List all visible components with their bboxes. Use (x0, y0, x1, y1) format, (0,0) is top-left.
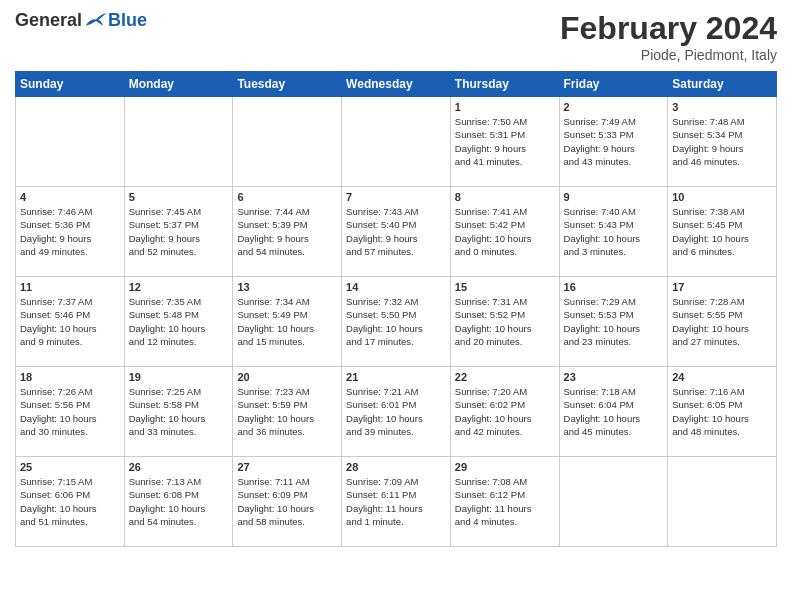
calendar-cell: 21Sunrise: 7:21 AM Sunset: 6:01 PM Dayli… (342, 367, 451, 457)
calendar-cell: 2Sunrise: 7:49 AM Sunset: 5:33 PM Daylig… (559, 97, 668, 187)
calendar-cell: 8Sunrise: 7:41 AM Sunset: 5:42 PM Daylig… (450, 187, 559, 277)
day-info: Sunrise: 7:25 AM Sunset: 5:58 PM Dayligh… (129, 385, 229, 438)
day-number: 17 (672, 281, 772, 293)
day-info: Sunrise: 7:09 AM Sunset: 6:11 PM Dayligh… (346, 475, 446, 528)
calendar-cell: 23Sunrise: 7:18 AM Sunset: 6:04 PM Dayli… (559, 367, 668, 457)
calendar-cell: 16Sunrise: 7:29 AM Sunset: 5:53 PM Dayli… (559, 277, 668, 367)
day-info: Sunrise: 7:28 AM Sunset: 5:55 PM Dayligh… (672, 295, 772, 348)
day-info: Sunrise: 7:48 AM Sunset: 5:34 PM Dayligh… (672, 115, 772, 168)
day-info: Sunrise: 7:38 AM Sunset: 5:45 PM Dayligh… (672, 205, 772, 258)
logo: General Blue (15, 10, 147, 31)
day-info: Sunrise: 7:40 AM Sunset: 5:43 PM Dayligh… (564, 205, 664, 258)
calendar-cell: 11Sunrise: 7:37 AM Sunset: 5:46 PM Dayli… (16, 277, 125, 367)
day-number: 4 (20, 191, 120, 203)
calendar-cell: 10Sunrise: 7:38 AM Sunset: 5:45 PM Dayli… (668, 187, 777, 277)
calendar-cell: 27Sunrise: 7:11 AM Sunset: 6:09 PM Dayli… (233, 457, 342, 547)
calendar-week-row: 25Sunrise: 7:15 AM Sunset: 6:06 PM Dayli… (16, 457, 777, 547)
day-info: Sunrise: 7:08 AM Sunset: 6:12 PM Dayligh… (455, 475, 555, 528)
calendar-cell: 4Sunrise: 7:46 AM Sunset: 5:36 PM Daylig… (16, 187, 125, 277)
calendar-cell: 3Sunrise: 7:48 AM Sunset: 5:34 PM Daylig… (668, 97, 777, 187)
day-info: Sunrise: 7:49 AM Sunset: 5:33 PM Dayligh… (564, 115, 664, 168)
day-info: Sunrise: 7:18 AM Sunset: 6:04 PM Dayligh… (564, 385, 664, 438)
calendar-cell: 19Sunrise: 7:25 AM Sunset: 5:58 PM Dayli… (124, 367, 233, 457)
day-number: 15 (455, 281, 555, 293)
day-info: Sunrise: 7:23 AM Sunset: 5:59 PM Dayligh… (237, 385, 337, 438)
day-number: 10 (672, 191, 772, 203)
day-number: 26 (129, 461, 229, 473)
day-info: Sunrise: 7:50 AM Sunset: 5:31 PM Dayligh… (455, 115, 555, 168)
calendar-cell: 18Sunrise: 7:26 AM Sunset: 5:56 PM Dayli… (16, 367, 125, 457)
day-number: 22 (455, 371, 555, 383)
calendar-cell: 12Sunrise: 7:35 AM Sunset: 5:48 PM Dayli… (124, 277, 233, 367)
calendar-header-row: SundayMondayTuesdayWednesdayThursdayFrid… (16, 72, 777, 97)
calendar-cell: 29Sunrise: 7:08 AM Sunset: 6:12 PM Dayli… (450, 457, 559, 547)
day-number: 29 (455, 461, 555, 473)
day-number: 12 (129, 281, 229, 293)
day-number: 23 (564, 371, 664, 383)
day-number: 8 (455, 191, 555, 203)
calendar-cell: 14Sunrise: 7:32 AM Sunset: 5:50 PM Dayli… (342, 277, 451, 367)
column-header-thursday: Thursday (450, 72, 559, 97)
logo-blue: Blue (108, 10, 147, 31)
calendar-week-row: 18Sunrise: 7:26 AM Sunset: 5:56 PM Dayli… (16, 367, 777, 457)
month-title: February 2024 (560, 10, 777, 47)
day-number: 20 (237, 371, 337, 383)
calendar-cell: 26Sunrise: 7:13 AM Sunset: 6:08 PM Dayli… (124, 457, 233, 547)
day-info: Sunrise: 7:46 AM Sunset: 5:36 PM Dayligh… (20, 205, 120, 258)
calendar-week-row: 11Sunrise: 7:37 AM Sunset: 5:46 PM Dayli… (16, 277, 777, 367)
day-info: Sunrise: 7:45 AM Sunset: 5:37 PM Dayligh… (129, 205, 229, 258)
column-header-wednesday: Wednesday (342, 72, 451, 97)
location-subtitle: Piode, Piedmont, Italy (560, 47, 777, 63)
calendar-cell: 20Sunrise: 7:23 AM Sunset: 5:59 PM Dayli… (233, 367, 342, 457)
day-info: Sunrise: 7:41 AM Sunset: 5:42 PM Dayligh… (455, 205, 555, 258)
calendar-table: SundayMondayTuesdayWednesdayThursdayFrid… (15, 71, 777, 547)
calendar-cell: 7Sunrise: 7:43 AM Sunset: 5:40 PM Daylig… (342, 187, 451, 277)
calendar-cell: 1Sunrise: 7:50 AM Sunset: 5:31 PM Daylig… (450, 97, 559, 187)
calendar-cell: 17Sunrise: 7:28 AM Sunset: 5:55 PM Dayli… (668, 277, 777, 367)
day-number: 13 (237, 281, 337, 293)
title-section: February 2024 Piode, Piedmont, Italy (560, 10, 777, 63)
day-number: 16 (564, 281, 664, 293)
day-number: 19 (129, 371, 229, 383)
calendar-cell (668, 457, 777, 547)
column-header-sunday: Sunday (16, 72, 125, 97)
column-header-saturday: Saturday (668, 72, 777, 97)
day-number: 25 (20, 461, 120, 473)
column-header-monday: Monday (124, 72, 233, 97)
day-info: Sunrise: 7:29 AM Sunset: 5:53 PM Dayligh… (564, 295, 664, 348)
day-info: Sunrise: 7:21 AM Sunset: 6:01 PM Dayligh… (346, 385, 446, 438)
day-info: Sunrise: 7:34 AM Sunset: 5:49 PM Dayligh… (237, 295, 337, 348)
day-info: Sunrise: 7:13 AM Sunset: 6:08 PM Dayligh… (129, 475, 229, 528)
calendar-week-row: 1Sunrise: 7:50 AM Sunset: 5:31 PM Daylig… (16, 97, 777, 187)
day-info: Sunrise: 7:44 AM Sunset: 5:39 PM Dayligh… (237, 205, 337, 258)
day-info: Sunrise: 7:32 AM Sunset: 5:50 PM Dayligh… (346, 295, 446, 348)
calendar-cell: 5Sunrise: 7:45 AM Sunset: 5:37 PM Daylig… (124, 187, 233, 277)
calendar-cell (16, 97, 125, 187)
day-info: Sunrise: 7:26 AM Sunset: 5:56 PM Dayligh… (20, 385, 120, 438)
calendar-cell: 22Sunrise: 7:20 AM Sunset: 6:02 PM Dayli… (450, 367, 559, 457)
day-number: 5 (129, 191, 229, 203)
day-number: 1 (455, 101, 555, 113)
day-info: Sunrise: 7:43 AM Sunset: 5:40 PM Dayligh… (346, 205, 446, 258)
column-header-tuesday: Tuesday (233, 72, 342, 97)
day-info: Sunrise: 7:15 AM Sunset: 6:06 PM Dayligh… (20, 475, 120, 528)
day-number: 9 (564, 191, 664, 203)
day-number: 24 (672, 371, 772, 383)
day-info: Sunrise: 7:20 AM Sunset: 6:02 PM Dayligh… (455, 385, 555, 438)
day-number: 6 (237, 191, 337, 203)
day-info: Sunrise: 7:35 AM Sunset: 5:48 PM Dayligh… (129, 295, 229, 348)
day-number: 7 (346, 191, 446, 203)
day-number: 2 (564, 101, 664, 113)
calendar-cell: 24Sunrise: 7:16 AM Sunset: 6:05 PM Dayli… (668, 367, 777, 457)
day-number: 28 (346, 461, 446, 473)
calendar-cell: 6Sunrise: 7:44 AM Sunset: 5:39 PM Daylig… (233, 187, 342, 277)
day-info: Sunrise: 7:31 AM Sunset: 5:52 PM Dayligh… (455, 295, 555, 348)
column-header-friday: Friday (559, 72, 668, 97)
day-number: 27 (237, 461, 337, 473)
logo-general: General (15, 10, 82, 31)
calendar-cell: 15Sunrise: 7:31 AM Sunset: 5:52 PM Dayli… (450, 277, 559, 367)
calendar-cell: 13Sunrise: 7:34 AM Sunset: 5:49 PM Dayli… (233, 277, 342, 367)
calendar-cell (342, 97, 451, 187)
calendar-week-row: 4Sunrise: 7:46 AM Sunset: 5:36 PM Daylig… (16, 187, 777, 277)
calendar-cell: 9Sunrise: 7:40 AM Sunset: 5:43 PM Daylig… (559, 187, 668, 277)
